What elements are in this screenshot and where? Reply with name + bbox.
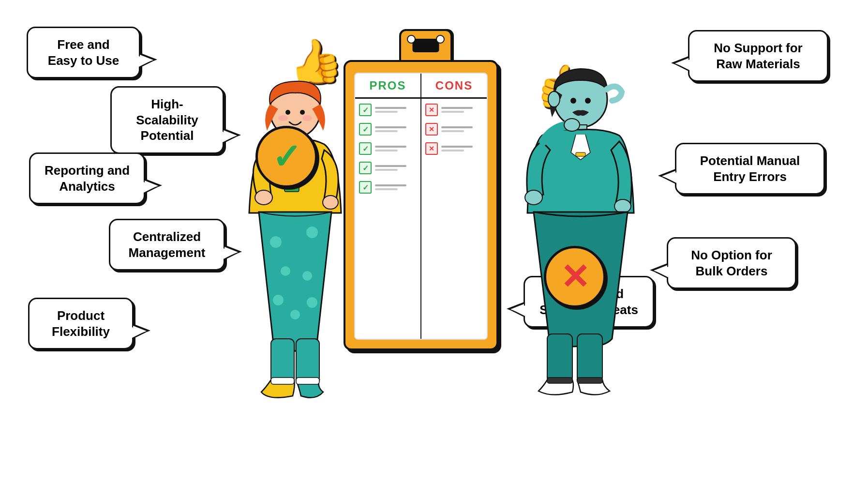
svg-point-10 [306,227,318,238]
bubble-bulk-orders: No Option forBulk Orders [667,237,796,289]
pros-column: ✓ ✓ ✓ ✓ [355,99,421,339]
svg-rect-29 [547,334,572,382]
svg-point-22 [585,98,591,104]
manual-errors-text: Potential ManualEntry Errors [700,153,800,184]
svg-point-13 [273,295,284,305]
svg-rect-16 [271,339,294,382]
svg-point-15 [290,310,300,319]
clipboard: PROS CONS ✓ [344,29,508,350]
svg-point-27 [564,119,580,131]
svg-point-11 [281,266,290,276]
pros-label: PROS [369,79,406,92]
scene: Free and Easy to Use High-ScalabilityPot… [0,0,868,484]
svg-point-26 [525,190,542,205]
product-flex-text: ProductFlexibility [52,308,110,339]
bubble-text: Free and Easy to Use [48,37,119,68]
illustration: 👍 👍 PROS [184,10,677,474]
cons-column: ✕ ✕ ✕ [421,99,487,339]
bubble-manual-errors: Potential ManualEntry Errors [675,143,825,195]
bulk-orders-text: No Option forBulk Orders [691,248,772,278]
svg-point-12 [302,271,312,281]
svg-point-8 [323,196,338,209]
bubble-no-raw: No Support forRaw Materials [688,30,828,82]
svg-point-4 [302,115,312,121]
svg-rect-18 [271,378,294,384]
svg-rect-31 [547,378,572,383]
bubble-free-easy: Free and Easy to Use [27,27,140,78]
svg-point-7 [255,190,272,205]
no-raw-text: No Support forRaw Materials [714,41,802,71]
svg-rect-19 [296,378,319,384]
svg-rect-30 [577,334,602,382]
bubble-reporting: Reporting andAnalytics [29,152,145,204]
bubble-product-flex: ProductFlexibility [28,298,134,349]
svg-rect-17 [296,339,319,382]
svg-point-3 [278,115,288,121]
svg-point-28 [614,199,631,213]
svg-point-9 [270,236,282,248]
svg-rect-32 [577,378,602,383]
cons-label: CONS [435,79,473,92]
svg-point-1 [285,110,290,115]
check-circle-icon: ✓ [255,126,317,188]
svg-point-21 [570,98,576,104]
male-character [501,63,651,426]
x-circle-icon: ✕ [544,246,606,308]
svg-point-23 [548,91,560,107]
svg-point-2 [300,110,305,115]
svg-rect-25 [576,152,585,156]
svg-point-14 [307,297,317,308]
reporting-text: Reporting andAnalytics [45,163,130,194]
